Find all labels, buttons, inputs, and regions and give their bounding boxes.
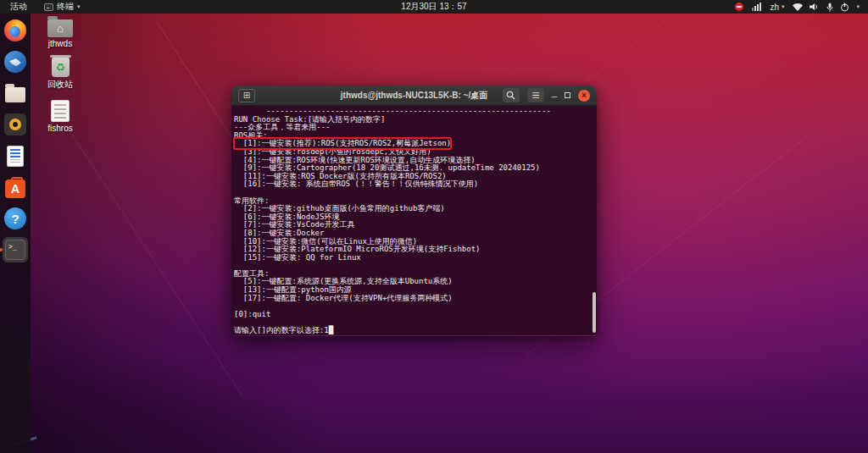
ubuntu-software-icon: A [5, 180, 25, 198]
desktop-icon-label: jthwds [48, 39, 72, 48]
desktop-icon-fishros[interactable]: fishros [36, 100, 85, 133]
terminal-window-title: jthwds@jthwds-NUC13L5K-B: ~/桌面 [341, 90, 487, 102]
dock-item-libreoffice-writer[interactable] [3, 143, 28, 168]
window-controls: ≡ – × [503, 88, 590, 102]
dock-item-rhythmbox[interactable] [3, 112, 28, 137]
dock-item-files[interactable] [3, 80, 28, 106]
terminal-window: ⊞ jthwds@jthwds-NUC13L5K-B: ~/桌面 ≡ – × -… [231, 86, 597, 336]
minimize-button[interactable]: – [552, 91, 557, 100]
document-icon [51, 100, 70, 122]
trash-icon: ♻ [52, 58, 70, 77]
files-folder-icon [5, 87, 25, 102]
dock: A ? >_ [0, 14, 31, 453]
top-bar: 活动 终端 ▾ 12月30日 13：57 zh ▾ ▾ [0, 0, 868, 14]
dock-item-firefox[interactable] [3, 18, 28, 43]
thunderbird-icon [4, 51, 26, 73]
hamburger-icon: ≡ [531, 88, 539, 103]
rhythmbox-icon [4, 113, 26, 135]
dock-item-help[interactable]: ? [3, 206, 28, 231]
firefox-icon [4, 19, 26, 41]
help-icon: ? [4, 207, 26, 229]
dock-item-thunderbird[interactable] [3, 49, 28, 75]
terminal-app-icon [44, 3, 53, 11]
dock-item-terminal-active[interactable]: >_ [3, 237, 28, 262]
chevron-down-icon: ▾ [782, 3, 785, 10]
activities-button[interactable]: 活动 [0, 0, 37, 14]
input-source-menu[interactable]: zh ▾ [770, 3, 784, 12]
power-icon [840, 3, 849, 12]
highlight-box [233, 137, 452, 150]
notification-red-icon[interactable] [735, 3, 743, 11]
terminal-icon: >_ [5, 240, 25, 260]
microphone-icon [826, 3, 833, 12]
search-button[interactable] [503, 88, 520, 102]
terminal-scrollbar[interactable] [593, 292, 596, 333]
system-status-menu[interactable]: ▾ [793, 3, 860, 12]
search-icon [506, 91, 515, 100]
chevron-down-icon: ▾ [77, 3, 81, 10]
libreoffice-writer-icon [7, 146, 24, 167]
menu-button[interactable]: ≡ [527, 88, 544, 102]
new-tab-button[interactable]: ⊞ [238, 89, 255, 102]
terminal-titlebar[interactable]: ⊞ jthwds@jthwds-NUC13L5K-B: ~/桌面 ≡ – × [231, 86, 597, 106]
home-folder-icon: ⌂ [47, 19, 73, 37]
dock-item-ubuntu-software[interactable]: A [3, 174, 28, 200]
input-bars-icon[interactable] [752, 3, 761, 11]
volume-icon [810, 3, 820, 11]
desktop-icons: ⌂ jthwds ♻ 回收站 fishros [36, 15, 85, 133]
desktop-icon-home-folder[interactable]: ⌂ jthwds [36, 15, 85, 48]
close-button[interactable]: × [578, 90, 590, 102]
app-menu-label: 终端 [57, 1, 74, 13]
wifi-icon [793, 3, 803, 11]
input-source-label: zh [770, 3, 779, 12]
maximize-button[interactable] [565, 92, 570, 98]
terminal-screen[interactable]: ----------------------------------------… [231, 106, 597, 335]
chevron-down-icon: ▾ [856, 3, 860, 10]
desktop-icon-label: fishros [47, 124, 72, 133]
desktop-icon-label: 回收站 [47, 79, 73, 91]
system-tray: zh ▾ ▾ [735, 3, 868, 12]
desktop-wallpaper: 活动 终端 ▾ 12月30日 13：57 zh ▾ ▾ [0, 0, 868, 453]
app-menu-terminal[interactable]: 终端 ▾ [37, 0, 87, 14]
wallpaper-line [67, 127, 243, 397]
clock[interactable]: 12月30日 13：57 [401, 0, 466, 14]
desktop-icon-trash[interactable]: ♻ 回收站 [36, 58, 85, 91]
